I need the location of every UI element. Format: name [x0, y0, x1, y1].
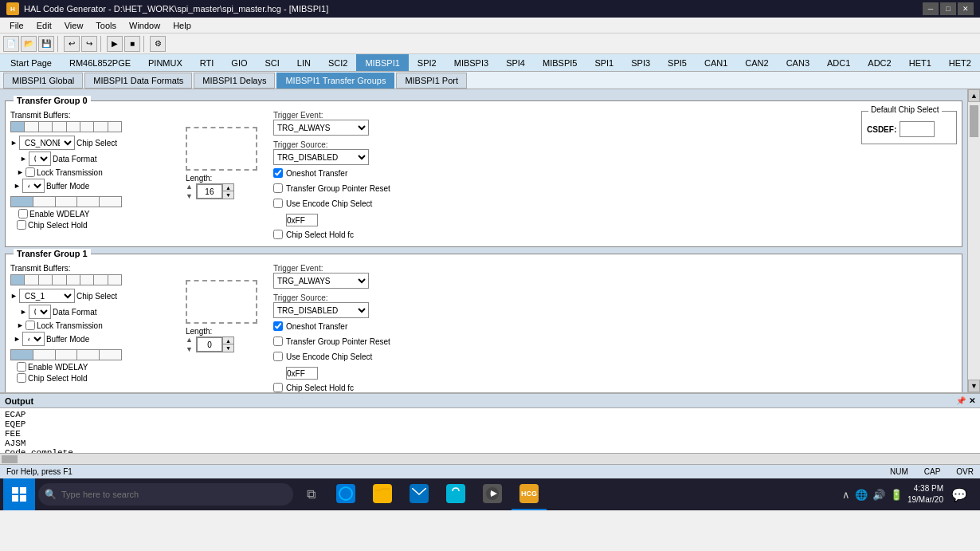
- scroll-thumb[interactable]: [970, 105, 978, 137]
- save-button[interactable]: 💾: [38, 36, 54, 52]
- output-hscrollbar[interactable]: [0, 453, 980, 464]
- tg0-trigger-source-select[interactable]: TRG_DISABLED TRG_ENABLED: [273, 149, 369, 165]
- nav-tab-rti[interactable]: RTI: [191, 54, 223, 72]
- csdef-input[interactable]: 0xFF: [900, 121, 935, 137]
- menu-edit[interactable]: Edit: [30, 19, 58, 32]
- taskbar-app-media[interactable]: [475, 478, 510, 510]
- tg1-buffer-mode-select[interactable]: 48: [22, 332, 45, 346]
- tg1-encode-cs-checkbox[interactable]: [273, 352, 283, 361]
- page-tab-data-formats[interactable]: MIBSPI1 Data Formats: [84, 73, 192, 89]
- tg1-oneshot-checkbox[interactable]: [273, 321, 283, 331]
- maximize-button[interactable]: □: [940, 2, 956, 15]
- tg0-lock-tx-checkbox[interactable]: [25, 167, 35, 177]
- tg0-buffer-mode-select[interactable]: 4816: [22, 179, 45, 193]
- nav-tab-het1[interactable]: HET1: [900, 54, 940, 72]
- tray-network-icon[interactable]: 🌐: [855, 489, 868, 501]
- tg1-trigger-source-select[interactable]: TRG_DISABLED: [273, 302, 369, 318]
- tg0-cs-hold-checkbox[interactable]: [17, 220, 26, 230]
- tg0-length-down[interactable]: ▼: [222, 191, 233, 199]
- build-button[interactable]: ▶: [107, 36, 123, 52]
- tg0-tgpr-checkbox[interactable]: [273, 183, 283, 193]
- redo-button[interactable]: ↪: [81, 36, 97, 52]
- stop-button[interactable]: ■: [124, 36, 140, 52]
- nav-tab-mibspi1[interactable]: MIBSPI1: [356, 54, 408, 72]
- tg0-wdelay-checkbox[interactable]: [18, 209, 28, 218]
- tg1-trigger-event-select[interactable]: TRG_ALWAYS: [273, 273, 369, 289]
- new-button[interactable]: 📄: [3, 36, 19, 52]
- nav-tab-het2[interactable]: HET2: [940, 54, 980, 72]
- nav-tab-spi1[interactable]: SPI1: [586, 54, 622, 72]
- tg1-cs-hold-fc-checkbox[interactable]: [273, 383, 283, 392]
- tg0-cs-select[interactable]: CS_NONE CS_0 CS_1: [19, 136, 75, 150]
- taskbar-app-explorer[interactable]: [365, 478, 400, 510]
- nav-tab-mibspi3[interactable]: MIBSPI3: [445, 54, 497, 72]
- tg0-oneshot-checkbox[interactable]: [273, 168, 283, 178]
- tg0-data-format-select[interactable]: 0123: [29, 152, 51, 166]
- tg1-encode-cs-input[interactable]: 0xFF: [286, 367, 318, 380]
- taskbar-app-hal[interactable]: HCG: [512, 478, 547, 510]
- menu-view[interactable]: View: [58, 19, 90, 32]
- page-tab-global[interactable]: MIBSPI1 Global: [3, 73, 83, 89]
- tg0-length-input[interactable]: 16: [197, 184, 222, 199]
- tg0-encode-cs-checkbox[interactable]: [273, 199, 283, 208]
- nav-tab-rm46[interactable]: RM46L852PGE: [61, 54, 139, 72]
- nav-tab-spi5[interactable]: SPI5: [659, 54, 696, 72]
- undo-button[interactable]: ↩: [64, 36, 80, 52]
- nav-tab-spi2[interactable]: SPI2: [409, 54, 445, 72]
- tg1-length-down[interactable]: ▼: [222, 344, 233, 352]
- nav-tab-sci[interactable]: SCI: [257, 54, 288, 72]
- task-view-button[interactable]: ⧉: [296, 478, 325, 510]
- tg1-cs-hold-checkbox[interactable]: [17, 373, 26, 383]
- nav-tab-sci2[interactable]: SCI2: [319, 54, 356, 72]
- menu-help[interactable]: Help: [167, 19, 198, 32]
- nav-tab-pinmux[interactable]: PINMUX: [139, 54, 191, 72]
- taskbar-app-mail[interactable]: [402, 478, 437, 510]
- minimize-button[interactable]: ─: [923, 2, 939, 15]
- nav-tab-can3[interactable]: CAN3: [778, 54, 818, 72]
- nav-tab-mibspi5[interactable]: MIBSPI5: [534, 54, 586, 72]
- tg0-cs-hold-fc-checkbox[interactable]: [273, 230, 283, 239]
- nav-tab-start[interactable]: Start Page: [2, 54, 61, 72]
- nav-tab-spi4[interactable]: SPI4: [497, 54, 534, 72]
- tray-up-icon[interactable]: ∧: [842, 489, 850, 501]
- output-pin-icon[interactable]: 📌: [956, 396, 966, 405]
- output-close-icon[interactable]: ✕: [969, 396, 975, 405]
- notification-button[interactable]: 💬: [948, 478, 970, 510]
- output-hscroll-thumb[interactable]: [2, 455, 18, 463]
- nav-tab-can2[interactable]: CAN2: [736, 54, 777, 72]
- tg1-data-format-select[interactable]: 01: [29, 305, 51, 319]
- settings-button[interactable]: ⚙: [150, 36, 166, 52]
- tray-volume-icon[interactable]: 🔊: [872, 489, 885, 501]
- tg1-length-up[interactable]: ▲: [222, 337, 233, 344]
- menu-tools[interactable]: Tools: [89, 19, 123, 32]
- search-input[interactable]: [61, 490, 287, 499]
- tg1-tgpr-checkbox[interactable]: [273, 337, 283, 346]
- tg1-length-input[interactable]: 0: [197, 337, 222, 352]
- tg1-wdelay-checkbox[interactable]: [17, 362, 26, 372]
- open-button[interactable]: 📂: [21, 36, 37, 52]
- page-tab-delays[interactable]: MIBSPI1 Delays: [194, 73, 275, 89]
- nav-tab-adc2[interactable]: ADC2: [859, 54, 900, 72]
- nav-tab-can1[interactable]: CAN1: [696, 54, 736, 72]
- page-tab-port[interactable]: MIBSPI1 Port: [396, 73, 467, 89]
- main-scrollbar[interactable]: ▲ ▼: [967, 89, 980, 392]
- scroll-down-button[interactable]: ▼: [968, 380, 980, 392]
- menu-file[interactable]: File: [3, 19, 30, 32]
- nav-tab-lin[interactable]: LIN: [288, 54, 319, 72]
- tg0-length-up[interactable]: ▲: [222, 184, 233, 191]
- tg1-cs-select[interactable]: CS_1 CS_NONE CS_0: [19, 289, 75, 303]
- scroll-up-button[interactable]: ▲: [968, 89, 980, 102]
- tray-battery-icon[interactable]: 🔋: [890, 489, 903, 501]
- nav-tab-adc1[interactable]: ADC1: [818, 54, 859, 72]
- menu-window[interactable]: Window: [123, 19, 167, 32]
- page-tab-transfer-groups[interactable]: MIBSPI1 Transfer Groups: [276, 73, 394, 89]
- taskbar-app-edge[interactable]: [328, 478, 363, 510]
- tg0-encode-cs-input[interactable]: 0xFF: [286, 214, 318, 226]
- nav-tab-spi3[interactable]: SPI3: [622, 54, 659, 72]
- start-button[interactable]: [3, 478, 35, 510]
- nav-tab-gio[interactable]: GIO: [222, 54, 256, 72]
- search-bar[interactable]: 🔍: [38, 483, 293, 506]
- clock-display[interactable]: 4:38 PM 19/Mar/20: [907, 483, 943, 506]
- taskbar-app-store[interactable]: [438, 478, 473, 510]
- close-button[interactable]: ✕: [958, 2, 974, 15]
